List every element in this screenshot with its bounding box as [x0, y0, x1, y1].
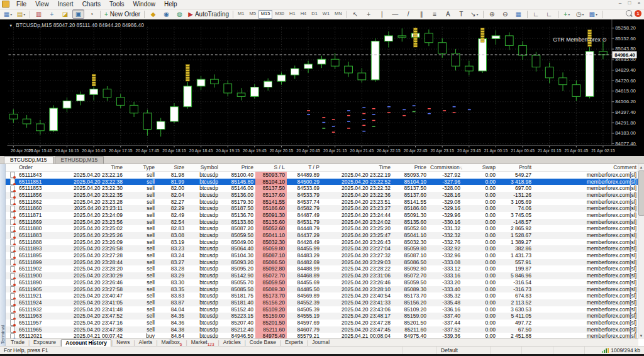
- timeframe-m30[interactable]: M30: [272, 10, 287, 19]
- restore-button[interactable]: □: [626, 0, 633, 6]
- column-header-open_price[interactable]: Price: [220, 164, 255, 171]
- table-row[interactable]: 651119322025.04.20 23:41:48sell84.04btcu…: [6, 306, 638, 313]
- column-header-close_price[interactable]: Price: [392, 164, 428, 171]
- timeframe-w1[interactable]: W1: [320, 10, 332, 19]
- table-row[interactable]: 651118952025.04.20 23:27:28sell83.24btcu…: [6, 252, 638, 259]
- table-row[interactable]: 651119652025.04.20 23:47:38sell84.38btcu…: [6, 326, 638, 333]
- table-row[interactable]: 651118902025.04.20 23:26:46sell83.30btcu…: [6, 279, 638, 286]
- crosshair-icon[interactable]: +: [363, 9, 375, 19]
- period-menu-icon[interactable]: ◷▾: [574, 9, 586, 19]
- tab-account-history[interactable]: Account History: [61, 339, 111, 347]
- timeframe-m15[interactable]: M15: [258, 10, 273, 19]
- profiles-icon[interactable]: ▤▾: [15, 9, 27, 19]
- table-row[interactable]: 651118712025.04.20 23:24:09sell82.49btcu…: [6, 212, 638, 219]
- navigator-icon[interactable]: ◪: [59, 9, 71, 19]
- add-indicator-icon[interactable]: +▾: [561, 9, 573, 19]
- zoom-out-icon[interactable]: ⊖: [499, 9, 511, 19]
- table-row[interactable]: 651118802025.04.20 23:25:02sell82.83btcu…: [6, 225, 638, 232]
- notification-badge[interactable]: 1: [635, 10, 641, 17]
- tab-mailbox[interactable]: Mailbox6: [158, 339, 186, 346]
- tab-news[interactable]: News: [113, 339, 133, 346]
- table-row[interactable]: 651118432025.04.20 23:22:16sell81.98btcu…: [6, 172, 638, 179]
- strategy-tester-icon[interactable]: ◔: [86, 9, 97, 19]
- menu-window[interactable]: Window: [128, 1, 160, 8]
- column-header-profit[interactable]: Profit: [497, 164, 533, 171]
- timeframe-h4[interactable]: H4: [298, 10, 309, 19]
- tab-articles[interactable]: Articles: [219, 339, 245, 346]
- column-header-sl[interactable]: S / L: [255, 164, 287, 171]
- column-header-comment[interactable]: Comment: [533, 164, 638, 171]
- trendline-icon[interactable]: /: [402, 9, 414, 19]
- tab-trade[interactable]: Trade: [7, 339, 28, 346]
- table-row[interactable]: 651118882025.04.20 23:26:09sell83.19btcu…: [6, 239, 638, 246]
- horizontal-line-icon[interactable]: —: [389, 9, 401, 19]
- column-header-tp[interactable]: T / P: [287, 164, 321, 171]
- column-header-symbol[interactable]: Symbol: [186, 164, 220, 171]
- timeframe-mn[interactable]: MN: [332, 10, 345, 19]
- table-row[interactable]: 651118692025.04.20 23:23:56sell82.54btcu…: [6, 219, 638, 226]
- table-row[interactable]: 651119572025.04.20 23:47:16sell84.36btcu…: [6, 320, 638, 326]
- close-button[interactable]: ×: [635, 0, 643, 6]
- data-window-icon[interactable]: +: [46, 9, 58, 19]
- column-header-swap[interactable]: Swap: [462, 164, 497, 171]
- timeframe-m1[interactable]: M1: [235, 10, 247, 19]
- column-header-id[interactable]: Order: [17, 164, 67, 171]
- table-row[interactable]: 651118992025.04.20 23:28:44sell83.27btcu…: [6, 259, 638, 266]
- status-profile[interactable]: Default: [437, 347, 491, 354]
- menu-file[interactable]: File: [12, 1, 31, 8]
- arrow-objects-icon[interactable]: ↘▾: [469, 9, 480, 19]
- market-watch-icon[interactable]: ▥: [33, 9, 45, 19]
- community-icon[interactable]: ◉: [160, 9, 172, 19]
- chart-tab-ethusdp[interactable]: ETHUSDp,M15: [55, 156, 104, 164]
- column-header-open_time[interactable]: Time: [67, 164, 125, 171]
- tab-alerts[interactable]: Alerts: [135, 339, 157, 346]
- price-chart[interactable]: 85258.2085152.6085043.8084935.0084829.40…: [0, 19, 644, 156]
- table-row[interactable]: 651118932025.04.20 23:26:58sell83.23btcu…: [6, 245, 638, 252]
- tab-exposure[interactable]: Exposure: [30, 339, 60, 346]
- new-order-button[interactable]: +New Order: [103, 9, 142, 19]
- table-row[interactable]: 651119052025.04.20 23:27:58sell83.35btcu…: [6, 286, 638, 293]
- column-header-commission[interactable]: Commission▽: [428, 164, 462, 171]
- scrollbar-thumb[interactable]: [638, 170, 644, 216]
- tab-market[interactable]: Market123: [187, 339, 218, 346]
- table-row[interactable]: 651118602025.04.20 23:23:11sell82.29btcu…: [6, 205, 638, 212]
- table-row[interactable]: 651120212025.04.21 00:07:42buy84.84btcus…: [6, 333, 638, 338]
- mql5-web-icon[interactable]: ◍: [174, 9, 186, 19]
- toolbox-icon[interactable]: ▣: [72, 9, 84, 19]
- cursor-icon[interactable]: ↖: [350, 9, 362, 19]
- text-label-icon[interactable]: T: [455, 9, 467, 19]
- vertical-scrollbar[interactable]: ▲ ▼: [638, 164, 644, 339]
- column-header-size[interactable]: Size: [157, 164, 186, 171]
- table-row[interactable]: 651119022025.04.20 23:28:20sell83.28btcu…: [6, 265, 638, 272]
- column-header-icon[interactable]: [6, 164, 17, 171]
- tile-windows-icon[interactable]: ▦: [513, 9, 525, 19]
- chart-window-b-icon[interactable]: ∟: [543, 9, 555, 19]
- table-row[interactable]: 651118622025.04.20 23:23:28sell82.27btcu…: [6, 199, 638, 206]
- menu-insert[interactable]: Insert: [53, 1, 78, 8]
- table-row[interactable]: 651119212025.04.20 23:40:47sell83.83btcu…: [6, 292, 638, 299]
- new-chart-icon[interactable]: ▦▾: [2, 9, 14, 19]
- menu-help[interactable]: Help: [160, 1, 182, 8]
- table-row[interactable]: 651118512025.04.20 23:22:38sell81.99btcu…: [6, 179, 638, 186]
- table-row[interactable]: 651118832025.04.20 23:25:26sell83.08btcu…: [6, 232, 638, 239]
- search-icon[interactable]: [626, 10, 632, 16]
- chart-tab-btcusdp[interactable]: BTCUSDp,M15: [4, 156, 53, 164]
- column-header-type[interactable]: Type: [125, 164, 157, 171]
- menu-charts[interactable]: Charts: [78, 1, 105, 8]
- table-row[interactable]: 651119242025.04.20 23:41:05sell83.87btcu…: [6, 299, 638, 306]
- chart-window-a-icon[interactable]: ∟: [530, 9, 542, 19]
- tab-code-base[interactable]: Code Base: [246, 339, 280, 346]
- table-row[interactable]: 651119002025.04.20 23:30:29sell83.29btcu…: [6, 272, 638, 279]
- timeframe-h1[interactable]: H1: [287, 10, 298, 19]
- table-row[interactable]: 651118562025.04.20 23:22:35sell82.04btcu…: [6, 192, 638, 199]
- template-menu-icon[interactable]: ▩▾: [587, 9, 599, 19]
- table-row[interactable]: 651118532025.04.20 23:22:30sell82.00btcu…: [6, 185, 638, 192]
- vertical-line-icon[interactable]: |: [376, 9, 388, 19]
- timeframe-m5[interactable]: M5: [247, 10, 258, 19]
- metaeditor-icon[interactable]: ◆: [147, 9, 159, 19]
- tab-journal[interactable]: Journal: [308, 339, 333, 346]
- zoom-in-icon[interactable]: ⊕: [486, 9, 498, 19]
- scroll-up-icon[interactable]: ▲: [640, 164, 643, 170]
- column-header-close_time[interactable]: Time: [321, 164, 392, 171]
- table-row[interactable]: 651119632025.04.20 23:47:52sell84.35btcu…: [6, 313, 638, 320]
